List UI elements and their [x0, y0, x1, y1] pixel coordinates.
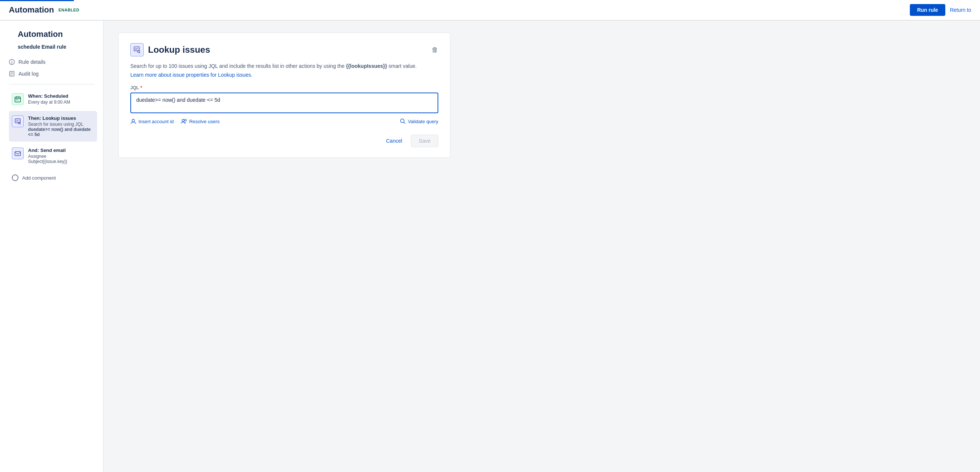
jql-input[interactable]: duedate>= now() and duedate <= 5d	[130, 93, 438, 113]
lookup-content: Then: Lookup issues Search for issues us…	[28, 116, 94, 137]
svg-rect-4	[16, 100, 17, 100]
rule-name: schedule Email rule	[9, 44, 75, 56]
panel-footer: Cancel Save	[130, 135, 438, 147]
email-content: And: Send email AssigneeSubject{{issue.k…	[28, 147, 94, 164]
sidebar-divider	[9, 84, 94, 84]
insert-account-id-button[interactable]: Insert account id	[130, 118, 173, 124]
search-icon	[400, 118, 406, 124]
delete-icon[interactable]: 🗑	[432, 46, 438, 54]
svg-point-14	[400, 119, 404, 123]
audit-icon	[9, 71, 15, 77]
when-label: When: Scheduled	[28, 93, 94, 99]
add-component-item[interactable]: Add component	[9, 170, 97, 185]
svg-rect-5	[18, 100, 18, 100]
sidebar-title: Automation	[9, 30, 72, 42]
email-label: And: Send email	[28, 147, 94, 153]
lookup-desc: Search for issues using JQL duedate>= no…	[28, 122, 94, 137]
schedule-icon-wrap	[12, 93, 24, 105]
validate-query-button[interactable]: Validate query	[400, 118, 438, 124]
app-title: Automation	[9, 5, 54, 15]
learn-more-link[interactable]: Learn more about issue properties for Lo…	[130, 72, 253, 78]
panel-desc-text2: smart value.	[388, 63, 417, 69]
svg-point-13	[185, 119, 186, 121]
jql-actions: Insert account id Resolve users	[130, 118, 438, 124]
run-rule-button[interactable]: Run rule	[910, 4, 946, 16]
panel-icon-wrap	[130, 43, 144, 56]
rule-details-label: Rule details	[19, 59, 45, 65]
main-content: Lookup issues 🗑 Search for up to 100 iss…	[103, 21, 980, 472]
lookup-label: Then: Lookup issues	[28, 116, 94, 121]
lookup-icon	[14, 118, 21, 125]
panel-title: Lookup issues	[148, 44, 427, 55]
sidebar: Automation schedule Email rule Rule deta…	[0, 21, 103, 472]
enabled-badge: ENABLED	[58, 8, 80, 12]
when-desc: Every day at 9:00 AM	[28, 100, 94, 105]
jql-field-label: JQL *	[130, 85, 438, 90]
email-desc: AssigneeSubject{{issue.key}}	[28, 154, 94, 164]
panel-lookup-icon	[133, 46, 141, 54]
when-content: When: Scheduled Every day at 9:00 AM	[28, 93, 94, 105]
lookup-icon-wrap	[12, 116, 24, 127]
users-icon	[181, 118, 187, 124]
timeline: When: Scheduled Every day at 9:00 AM The…	[0, 89, 103, 185]
info-icon	[9, 59, 15, 65]
timeline-item-when[interactable]: When: Scheduled Every day at 9:00 AM	[9, 89, 97, 109]
svg-rect-9	[134, 47, 139, 51]
lookup-panel: Lookup issues 🗑 Search for up to 100 iss…	[118, 32, 450, 158]
email-icon-wrap	[12, 147, 24, 159]
return-to-button[interactable]: Return to	[950, 7, 971, 13]
panel-desc-text1: Search for up to 100 issues using JQL an…	[130, 63, 345, 69]
page-layout: Automation schedule Email rule Rule deta…	[0, 21, 980, 472]
sidebar-item-audit-log[interactable]: Audit log	[0, 68, 103, 80]
panel-description: Search for up to 100 issues using JQL an…	[130, 62, 438, 70]
required-star: *	[140, 85, 142, 90]
calendar-icon	[14, 96, 21, 103]
account-icon	[130, 118, 136, 124]
svg-point-12	[182, 119, 184, 122]
svg-point-11	[132, 119, 135, 122]
timeline-item-lookup[interactable]: Then: Lookup issues Search for issues us…	[9, 111, 97, 142]
sidebar-item-rule-details[interactable]: Rule details	[0, 56, 103, 68]
add-circle-icon	[12, 174, 19, 181]
resolve-users-button[interactable]: Resolve users	[181, 118, 220, 124]
save-button[interactable]: Save	[411, 135, 438, 147]
smart-value: {{lookupIssues}}	[346, 63, 387, 69]
email-icon	[14, 150, 21, 157]
timeline-item-email[interactable]: And: Send email AssigneeSubject{{issue.k…	[9, 143, 97, 168]
svg-rect-8	[15, 152, 21, 155]
svg-point-1	[11, 60, 12, 61]
panel-header: Lookup issues 🗑	[130, 43, 438, 56]
add-component-label: Add component	[22, 175, 56, 181]
top-bar: Automation ENABLED Run rule Return to	[0, 0, 980, 21]
progress-bar	[0, 0, 74, 1]
cancel-button[interactable]: Cancel	[382, 135, 407, 147]
audit-log-label: Audit log	[19, 71, 38, 77]
